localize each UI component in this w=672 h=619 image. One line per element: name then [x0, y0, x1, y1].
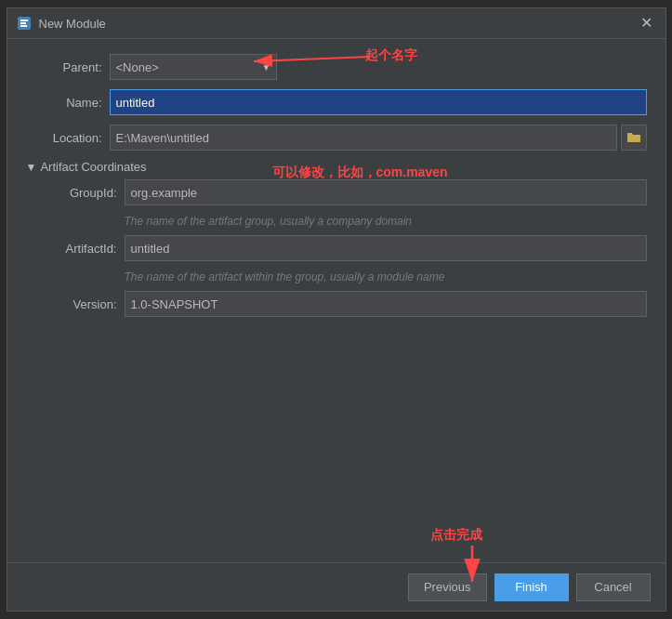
location-wrapper: [110, 125, 647, 151]
artifact-section-header[interactable]: ▼ Artifact Coordinates: [26, 160, 647, 174]
dialog-footer: Previous Finish Cancel: [7, 562, 665, 611]
title-bar: New Module ✕: [7, 8, 665, 39]
dialog-title: New Module: [39, 17, 106, 31]
parent-row: Parent: <None>: [26, 54, 647, 80]
version-input[interactable]: [125, 291, 647, 317]
finish-button[interactable]: Finish: [494, 573, 569, 601]
location-input[interactable]: [110, 125, 617, 151]
artifactid-hint: The name of the artifact within the grou…: [125, 270, 647, 283]
location-row: Location:: [26, 125, 647, 151]
svg-rect-2: [20, 22, 26, 24]
folder-button[interactable]: [621, 125, 647, 151]
groupid-label: GroupId:: [41, 186, 125, 200]
artifactid-row: ArtifactId:: [41, 235, 647, 261]
close-button[interactable]: ✕: [637, 14, 656, 33]
svg-rect-3: [20, 25, 27, 27]
module-icon: [17, 16, 32, 31]
artifactid-label: ArtifactId:: [41, 242, 125, 256]
version-row: Version:: [41, 291, 647, 317]
name-input[interactable]: [110, 89, 647, 115]
cancel-button[interactable]: Cancel: [576, 573, 651, 601]
version-label: Version:: [41, 297, 125, 311]
parent-select-wrapper: <None>: [110, 54, 277, 80]
title-bar-left: New Module: [17, 16, 106, 31]
groupid-hint: The name of the artifact group, usually …: [125, 215, 647, 228]
dialog-content: Parent: <None> Name: Location:: [7, 39, 665, 562]
location-label: Location:: [26, 131, 110, 145]
section-arrow-icon: ▼: [26, 161, 37, 174]
artifactid-input[interactable]: [125, 235, 647, 261]
name-row: Name:: [26, 89, 647, 115]
previous-button[interactable]: Previous: [408, 573, 487, 601]
groupid-input[interactable]: [125, 179, 647, 205]
section-label: Artifact Coordinates: [40, 160, 146, 174]
groupid-row: GroupId:: [41, 179, 647, 205]
parent-label: Parent:: [26, 60, 110, 74]
parent-select[interactable]: <None>: [110, 54, 277, 80]
new-module-dialog: New Module ✕ Parent: <None> Name: Locati…: [7, 7, 666, 612]
name-label: Name:: [26, 96, 110, 110]
svg-rect-1: [20, 20, 28, 21]
artifact-section-content: GroupId: The name of the artifact group,…: [41, 179, 647, 317]
